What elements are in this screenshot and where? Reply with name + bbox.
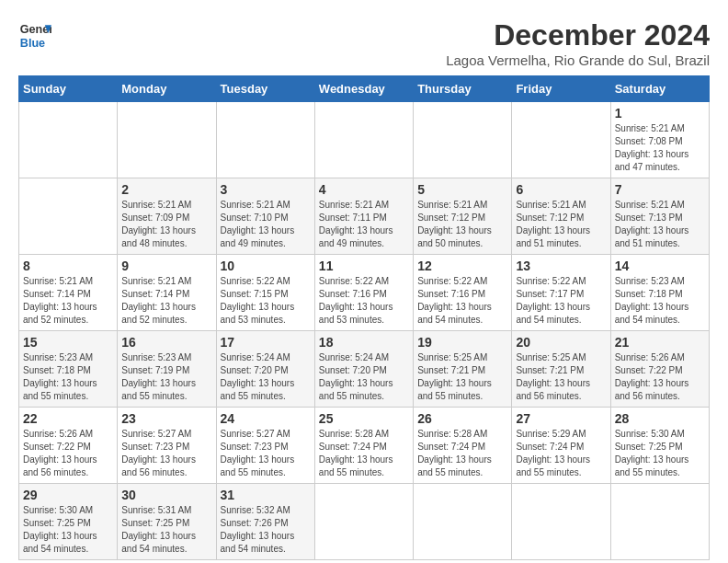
calendar-cell: 3Sunrise: 5:21 AM Sunset: 7:10 PM Daylig… (216, 178, 314, 255)
day-detail: Sunrise: 5:28 AM Sunset: 7:24 PM Dayligh… (417, 428, 507, 479)
calendar-week-row: 22Sunrise: 5:26 AM Sunset: 7:22 PM Dayli… (19, 408, 710, 484)
day-number: 7 (615, 182, 705, 197)
day-number: 24 (221, 411, 311, 426)
day-detail: Sunrise: 5:21 AM Sunset: 7:08 PM Dayligh… (615, 122, 705, 174)
calendar-cell: 27Sunrise: 5:29 AM Sunset: 7:24 PM Dayli… (512, 408, 610, 484)
calendar-cell: 1Sunrise: 5:21 AM Sunset: 7:08 PM Daylig… (610, 102, 709, 178)
calendar-cell: 11Sunrise: 5:22 AM Sunset: 7:16 PM Dayli… (314, 255, 413, 331)
calendar-cell: 13Sunrise: 5:22 AM Sunset: 7:17 PM Dayli… (512, 255, 610, 331)
day-number: 10 (221, 259, 311, 273)
calendar-cell: 12Sunrise: 5:22 AM Sunset: 7:16 PM Dayli… (414, 255, 512, 331)
calendar-cell: 26Sunrise: 5:28 AM Sunset: 7:24 PM Dayli… (414, 408, 512, 484)
calendar-cell: 10Sunrise: 5:22 AM Sunset: 7:15 PM Dayli… (216, 255, 314, 331)
day-number: 25 (319, 411, 409, 426)
day-number: 5 (417, 182, 507, 197)
calendar-cell: 17Sunrise: 5:24 AM Sunset: 7:20 PM Dayli… (216, 331, 314, 408)
day-number: 26 (417, 411, 507, 426)
column-header-saturday: Saturday (610, 76, 709, 102)
day-number: 16 (121, 335, 211, 350)
calendar-cell: 5Sunrise: 5:21 AM Sunset: 7:12 PM Daylig… (414, 178, 512, 255)
calendar-cell: 15Sunrise: 5:23 AM Sunset: 7:18 PM Dayli… (19, 331, 118, 408)
calendar-cell: 18Sunrise: 5:24 AM Sunset: 7:20 PM Dayli… (314, 331, 413, 408)
column-header-wednesday: Wednesday (314, 76, 413, 102)
calendar-cell: 24Sunrise: 5:27 AM Sunset: 7:23 PM Dayli… (216, 408, 314, 484)
calendar-cell (314, 102, 413, 178)
day-detail: Sunrise: 5:32 AM Sunset: 7:26 PM Dayligh… (221, 504, 311, 556)
calendar-week-row: 1Sunrise: 5:21 AM Sunset: 7:08 PM Daylig… (19, 102, 710, 178)
day-detail: Sunrise: 5:27 AM Sunset: 7:23 PM Dayligh… (121, 428, 211, 479)
calendar-cell: 16Sunrise: 5:23 AM Sunset: 7:19 PM Dayli… (118, 331, 216, 408)
calendar-cell: 30Sunrise: 5:31 AM Sunset: 7:25 PM Dayli… (118, 484, 216, 560)
day-detail: Sunrise: 5:29 AM Sunset: 7:24 PM Dayligh… (516, 428, 606, 479)
day-number: 11 (319, 259, 409, 273)
day-number: 21 (615, 335, 705, 350)
day-number: 19 (417, 335, 507, 350)
logo-icon: General Blue (18, 18, 51, 52)
calendar-cell: 21Sunrise: 5:26 AM Sunset: 7:22 PM Dayli… (610, 331, 709, 408)
day-number: 4 (319, 182, 409, 197)
calendar-cell: 14Sunrise: 5:23 AM Sunset: 7:18 PM Dayli… (610, 255, 709, 331)
svg-text:Blue: Blue (20, 37, 45, 50)
calendar-week-row: 8Sunrise: 5:21 AM Sunset: 7:14 PM Daylig… (19, 255, 710, 331)
day-number: 18 (319, 335, 409, 350)
calendar-cell: 4Sunrise: 5:21 AM Sunset: 7:11 PM Daylig… (314, 178, 413, 255)
day-number: 14 (615, 259, 705, 273)
calendar-week-row: 15Sunrise: 5:23 AM Sunset: 7:18 PM Dayli… (19, 331, 710, 408)
calendar-week-row: 29Sunrise: 5:30 AM Sunset: 7:25 PM Dayli… (19, 484, 710, 560)
day-detail: Sunrise: 5:24 AM Sunset: 7:20 PM Dayligh… (319, 351, 409, 403)
day-detail: Sunrise: 5:25 AM Sunset: 7:21 PM Dayligh… (516, 351, 606, 403)
day-number: 29 (23, 488, 113, 502)
page-title: December 2024 (446, 18, 710, 52)
calendar-cell: 25Sunrise: 5:28 AM Sunset: 7:24 PM Dayli… (314, 408, 413, 484)
column-header-monday: Monday (118, 76, 216, 102)
day-detail: Sunrise: 5:26 AM Sunset: 7:22 PM Dayligh… (23, 428, 113, 479)
calendar-cell (610, 484, 709, 560)
day-number: 22 (23, 411, 113, 426)
day-detail: Sunrise: 5:23 AM Sunset: 7:19 PM Dayligh… (121, 351, 211, 403)
day-number: 30 (121, 488, 211, 502)
day-detail: Sunrise: 5:30 AM Sunset: 7:25 PM Dayligh… (23, 504, 113, 556)
column-header-friday: Friday (512, 76, 610, 102)
calendar-cell (414, 102, 512, 178)
day-number: 6 (516, 182, 606, 197)
day-detail: Sunrise: 5:24 AM Sunset: 7:20 PM Dayligh… (221, 351, 311, 403)
day-number: 3 (221, 182, 311, 197)
day-detail: Sunrise: 5:25 AM Sunset: 7:21 PM Dayligh… (417, 351, 507, 403)
day-number: 31 (221, 488, 311, 502)
logo: General Blue (18, 18, 51, 52)
calendar-cell: 29Sunrise: 5:30 AM Sunset: 7:25 PM Dayli… (19, 484, 118, 560)
day-detail: Sunrise: 5:22 AM Sunset: 7:17 PM Dayligh… (516, 275, 606, 327)
day-number: 8 (23, 259, 113, 273)
calendar-cell: 28Sunrise: 5:30 AM Sunset: 7:25 PM Dayli… (610, 408, 709, 484)
day-detail: Sunrise: 5:21 AM Sunset: 7:13 PM Dayligh… (615, 199, 705, 250)
calendar-week-row: 2Sunrise: 5:21 AM Sunset: 7:09 PM Daylig… (19, 178, 710, 255)
day-detail: Sunrise: 5:21 AM Sunset: 7:12 PM Dayligh… (516, 199, 606, 250)
day-number: 23 (121, 411, 211, 426)
calendar-cell: 6Sunrise: 5:21 AM Sunset: 7:12 PM Daylig… (512, 178, 610, 255)
calendar-cell: 7Sunrise: 5:21 AM Sunset: 7:13 PM Daylig… (610, 178, 709, 255)
day-number: 2 (121, 182, 211, 197)
day-number: 27 (516, 411, 606, 426)
day-detail: Sunrise: 5:22 AM Sunset: 7:16 PM Dayligh… (319, 275, 409, 327)
day-detail: Sunrise: 5:28 AM Sunset: 7:24 PM Dayligh… (319, 428, 409, 479)
day-number: 1 (615, 106, 705, 121)
title-area: December 2024 Lagoa Vermelha, Rio Grande… (446, 18, 710, 68)
page-subtitle: Lagoa Vermelha, Rio Grande do Sul, Brazi… (446, 52, 710, 68)
calendar-cell (118, 102, 216, 178)
calendar-cell (512, 102, 610, 178)
day-detail: Sunrise: 5:21 AM Sunset: 7:14 PM Dayligh… (23, 275, 113, 327)
calendar-cell: 31Sunrise: 5:32 AM Sunset: 7:26 PM Dayli… (216, 484, 314, 560)
day-number: 13 (516, 259, 606, 273)
day-detail: Sunrise: 5:21 AM Sunset: 7:09 PM Dayligh… (121, 199, 211, 250)
day-detail: Sunrise: 5:21 AM Sunset: 7:11 PM Dayligh… (319, 199, 409, 250)
day-detail: Sunrise: 5:22 AM Sunset: 7:16 PM Dayligh… (417, 275, 507, 327)
page-header: General Blue December 2024 Lagoa Vermelh… (18, 18, 710, 68)
calendar-table: SundayMondayTuesdayWednesdayThursdayFrid… (18, 75, 710, 560)
day-detail: Sunrise: 5:27 AM Sunset: 7:23 PM Dayligh… (221, 428, 311, 479)
day-detail: Sunrise: 5:26 AM Sunset: 7:22 PM Dayligh… (615, 351, 705, 403)
calendar-cell: 8Sunrise: 5:21 AM Sunset: 7:14 PM Daylig… (19, 255, 118, 331)
calendar-header-row: SundayMondayTuesdayWednesdayThursdayFrid… (19, 76, 710, 102)
day-detail: Sunrise: 5:23 AM Sunset: 7:18 PM Dayligh… (23, 351, 113, 403)
column-header-tuesday: Tuesday (216, 76, 314, 102)
column-header-thursday: Thursday (414, 76, 512, 102)
